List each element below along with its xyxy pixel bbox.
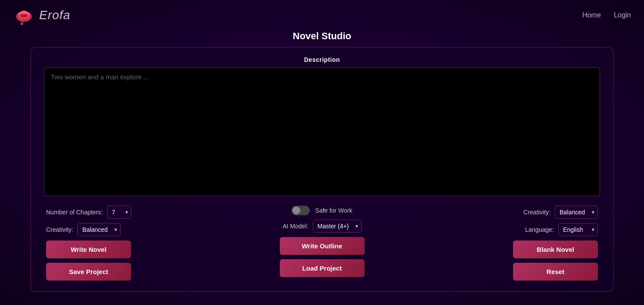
studio-panel: Description Number of Chapters: 7 123456… xyxy=(30,47,614,292)
write-outline-button[interactable]: Write Outline xyxy=(280,237,365,255)
save-project-button[interactable]: Save Project xyxy=(46,263,131,281)
right-column: Creativity: BalancedLowHighMax Language:… xyxy=(511,206,598,281)
creativity-right-control: Creativity: BalancedLowHighMax xyxy=(523,206,598,219)
page-title: Novel Studio xyxy=(293,30,351,41)
ai-model-label: AI Model: xyxy=(282,223,308,230)
creativity-left-label: Creativity: xyxy=(46,226,73,233)
description-label: Description xyxy=(44,56,600,63)
nav-login[interactable]: Login xyxy=(614,11,631,19)
main-container: Description Number of Chapters: 7 123456… xyxy=(0,47,644,292)
chapters-control: Number of Chapters: 7 1234568910 xyxy=(46,206,131,219)
left-column: Number of Chapters: 7 1234568910 Creativ… xyxy=(46,206,133,281)
creativity-left-control: Creativity: BalancedLowHighMax xyxy=(46,223,121,236)
creativity-left-wrapper: BalancedLowHighMax xyxy=(77,223,121,236)
chapters-select-wrapper: 7 1234568910 xyxy=(107,206,131,219)
reset-button[interactable]: Reset xyxy=(513,263,598,281)
creativity-right-wrapper: BalancedLowHighMax xyxy=(555,206,598,219)
logo-container: Erofa xyxy=(13,4,70,26)
header: Erofa Home Login xyxy=(0,0,644,30)
creativity-left-select[interactable]: BalancedLowHighMax xyxy=(77,223,121,236)
controls-section: Number of Chapters: 7 1234568910 Creativ… xyxy=(44,206,600,281)
safe-for-work-control: Safe for Work xyxy=(292,206,352,215)
nav-home[interactable]: Home xyxy=(582,11,601,19)
load-project-button[interactable]: Load Project xyxy=(280,259,365,277)
blank-novel-button[interactable]: Blank Novel xyxy=(513,241,598,258)
safe-for-work-label: Safe for Work xyxy=(315,207,352,214)
language-control: Language: EnglishSpanishFrenchGermanItal… xyxy=(525,223,598,236)
nav-links: Home Login xyxy=(582,11,631,19)
logo-icon xyxy=(13,4,35,26)
toggle-knob xyxy=(292,207,300,214)
language-select[interactable]: EnglishSpanishFrenchGermanItalian xyxy=(558,223,598,236)
svg-point-2 xyxy=(20,23,23,25)
ai-model-wrapper: Master (4+)StandardPro xyxy=(313,220,362,233)
svg-point-1 xyxy=(20,14,27,17)
ai-model-select[interactable]: Master (4+)StandardPro xyxy=(313,220,362,233)
safe-for-work-toggle[interactable] xyxy=(292,206,310,215)
language-label: Language: xyxy=(525,226,554,233)
creativity-right-select[interactable]: BalancedLowHighMax xyxy=(555,206,598,219)
description-textarea[interactable] xyxy=(44,68,600,196)
language-wrapper: EnglishSpanishFrenchGermanItalian xyxy=(558,223,598,236)
chapters-select[interactable]: 7 1234568910 xyxy=(107,206,131,219)
creativity-right-label: Creativity: xyxy=(523,209,550,216)
logo-text: Erofa xyxy=(39,8,70,22)
write-novel-button[interactable]: Write Novel xyxy=(46,241,131,258)
middle-column: Safe for Work AI Model: Master (4+)Stand… xyxy=(278,206,366,277)
ai-model-control: AI Model: Master (4+)StandardPro xyxy=(282,220,361,233)
chapters-label: Number of Chapters: xyxy=(46,209,103,216)
